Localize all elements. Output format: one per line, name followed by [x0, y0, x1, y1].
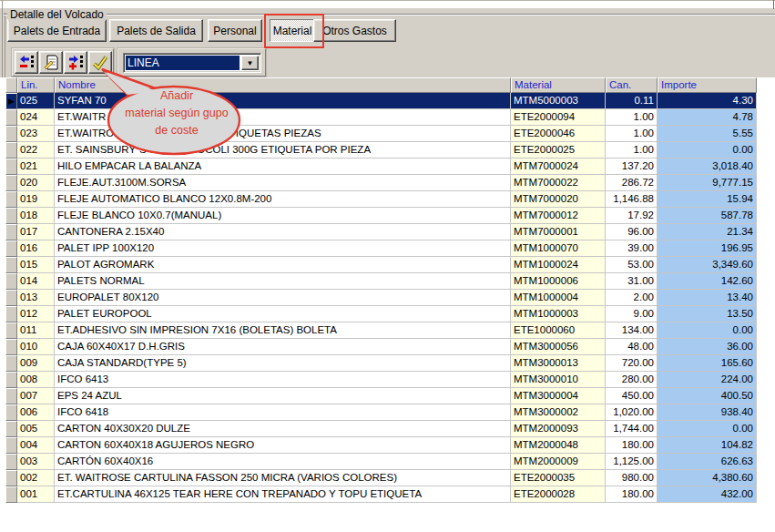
cell-nombre[interactable]: CARTON 60X40X18 AGUJEROS NEGRO: [55, 437, 511, 454]
cell-nombre[interactable]: ET.WAITROSEROWN ETIQUETAS PIEZAS: [55, 126, 511, 142]
cell-nombre[interactable]: CARTÓN 60X40X16: [55, 454, 511, 470]
tab-material[interactable]: Material: [270, 19, 315, 42]
table-row[interactable]: 016PALET IPP 100X120MTM100007039.00196.9…: [5, 240, 757, 257]
cell-material[interactable]: MTM7000001: [511, 224, 606, 240]
cell-can[interactable]: 0.11: [606, 93, 658, 109]
cell-material[interactable]: ETE2000046: [511, 126, 606, 142]
table-row[interactable]: 022ET. SAINSBURY´S 60X60 BROCOLI 300G ET…: [5, 142, 757, 159]
cell-can[interactable]: 39.00: [606, 240, 658, 257]
cell-material[interactable]: ETE2000094: [511, 109, 606, 126]
cell-importe[interactable]: 13.40: [658, 290, 757, 306]
column-header-material[interactable]: Material: [511, 77, 606, 93]
cell-nombre[interactable]: PALET IPP 100X120: [55, 240, 511, 257]
row-indicator-gutter[interactable]: [5, 470, 17, 486]
cell-can[interactable]: 980.00: [606, 470, 658, 486]
cell-lin[interactable]: 024: [17, 109, 55, 126]
row-indicator-gutter[interactable]: [5, 322, 17, 339]
cell-material[interactable]: MTM7000012: [511, 208, 606, 224]
cell-importe[interactable]: 4.30: [658, 93, 757, 109]
column-header-nombre[interactable]: Nombre: [55, 77, 511, 93]
cell-lin[interactable]: 011: [17, 322, 55, 339]
table-row[interactable]: 017CANTONERA 2.15X40MTM700000196.0021.34: [5, 224, 757, 240]
row-indicator-gutter[interactable]: [5, 486, 17, 503]
cell-importe[interactable]: 3,018.40: [658, 159, 757, 175]
cell-lin[interactable]: 002: [17, 470, 55, 486]
cell-material[interactable]: MTM1000004: [511, 290, 606, 306]
cell-material[interactable]: MTM1000003: [511, 306, 606, 322]
cell-lin[interactable]: 016: [17, 240, 55, 257]
cell-nombre[interactable]: PALOT AGROMARK: [55, 257, 511, 273]
cell-nombre[interactable]: ET.ADHESIVO SIN IMPRESION 7X16 (BOLETAS)…: [55, 322, 511, 339]
table-row[interactable]: ▶025SYFAN 70MTM50000030.114.30: [5, 93, 757, 109]
row-indicator-gutter[interactable]: [5, 372, 17, 388]
cell-can[interactable]: 1.00: [606, 126, 658, 142]
cell-material[interactable]: MTM3000002: [511, 404, 606, 421]
cell-importe[interactable]: 3,349.60: [658, 257, 757, 273]
tab-personal[interactable]: Personal: [208, 19, 262, 42]
row-indicator-gutter[interactable]: [5, 454, 17, 470]
cell-material[interactable]: MTM2000048: [511, 437, 606, 454]
row-indicator-gutter[interactable]: [5, 126, 17, 142]
cell-importe[interactable]: 196.95: [658, 240, 757, 257]
cell-can[interactable]: 9.00: [606, 306, 658, 322]
cell-importe[interactable]: 400.50: [658, 388, 757, 404]
cell-importe[interactable]: 142.60: [658, 273, 757, 290]
cell-lin[interactable]: 009: [17, 355, 55, 372]
cell-material[interactable]: ETE1000060: [511, 322, 606, 339]
cell-importe[interactable]: 13.50: [658, 306, 757, 322]
cell-lin[interactable]: 013: [17, 290, 55, 306]
cell-material[interactable]: MTM2000009: [511, 454, 606, 470]
table-row[interactable]: 021HILO EMPACAR LA BALANZAMTM7000024137.…: [5, 159, 757, 175]
cell-lin[interactable]: 006: [17, 404, 55, 421]
confirm-button[interactable]: [88, 51, 112, 74]
row-indicator-gutter[interactable]: [5, 257, 17, 273]
column-header-lin[interactable]: Lin.: [17, 77, 55, 93]
cell-nombre[interactable]: ET. WAITROSE CARTULINA FASSON 250 MICRA …: [55, 470, 511, 486]
cell-material[interactable]: ETE2000035: [511, 470, 606, 486]
cell-can[interactable]: 1,146.88: [606, 191, 658, 208]
cell-can[interactable]: 180.00: [606, 437, 658, 454]
cell-importe[interactable]: 5.55: [658, 126, 757, 142]
table-row[interactable]: 014PALETS NORMALMTM100000631.00142.60: [5, 273, 757, 290]
add-line-button[interactable]: [64, 51, 87, 74]
table-row[interactable]: 012PALET EUROPOOLMTM10000039.0013.50: [5, 306, 757, 322]
column-header-importe[interactable]: Importe: [658, 77, 757, 93]
row-indicator-gutter[interactable]: [5, 306, 17, 322]
cell-nombre[interactable]: CAJA 60X40X17 D.H.GRIS: [55, 339, 511, 355]
table-row[interactable]: 008IFCO 6413MTM3000010280.00224.00: [5, 372, 757, 388]
cell-nombre[interactable]: IFCO 6413: [55, 372, 511, 388]
cell-can[interactable]: 48.00: [606, 339, 658, 355]
cell-material[interactable]: MTM3000010: [511, 372, 606, 388]
cell-nombre[interactable]: PALETS NORMAL: [55, 273, 511, 290]
cell-can[interactable]: 53.00: [606, 257, 658, 273]
cell-lin[interactable]: 025: [17, 93, 55, 109]
cell-importe[interactable]: 36.00: [658, 339, 757, 355]
row-indicator-gutter[interactable]: [5, 273, 17, 290]
cell-lin[interactable]: 007: [17, 388, 55, 404]
row-indicator-gutter[interactable]: ▶: [5, 93, 17, 109]
table-row[interactable]: 019FLEJE AUTOMATICO BLANCO 12X0.8M-200MT…: [5, 191, 757, 208]
cell-material[interactable]: MTM3000004: [511, 388, 606, 404]
cell-material[interactable]: MTM1000006: [511, 273, 606, 290]
row-indicator-gutter[interactable]: [5, 355, 17, 372]
cell-importe[interactable]: 224.00: [658, 372, 757, 388]
row-indicator-gutter[interactable]: [5, 142, 17, 159]
cell-nombre[interactable]: ET.WAITR: [55, 109, 511, 126]
row-indicator-gutter[interactable]: [5, 159, 17, 175]
cell-material[interactable]: MTM3000013: [511, 355, 606, 372]
edit-line-button[interactable]: [39, 51, 63, 74]
cell-can[interactable]: 1,744.00: [606, 421, 658, 437]
row-indicator-gutter[interactable]: [5, 191, 17, 208]
cell-material[interactable]: MTM1000070: [511, 240, 606, 257]
cell-material[interactable]: MTM3000056: [511, 339, 606, 355]
cell-can[interactable]: 137.20: [606, 159, 658, 175]
cell-nombre[interactable]: CAJA STANDARD(TYPE 5): [55, 355, 511, 372]
cell-importe[interactable]: 938.40: [658, 404, 757, 421]
cell-material[interactable]: MTM7000020: [511, 191, 606, 208]
cell-lin[interactable]: 022: [17, 142, 55, 159]
cell-material[interactable]: MTM7000024: [511, 159, 606, 175]
cell-can[interactable]: 450.00: [606, 388, 658, 404]
cell-nombre[interactable]: SYFAN 70: [55, 93, 511, 109]
row-indicator-gutter[interactable]: [5, 421, 17, 437]
table-row[interactable]: 010CAJA 60X40X17 D.H.GRISMTM300005648.00…: [5, 339, 757, 355]
